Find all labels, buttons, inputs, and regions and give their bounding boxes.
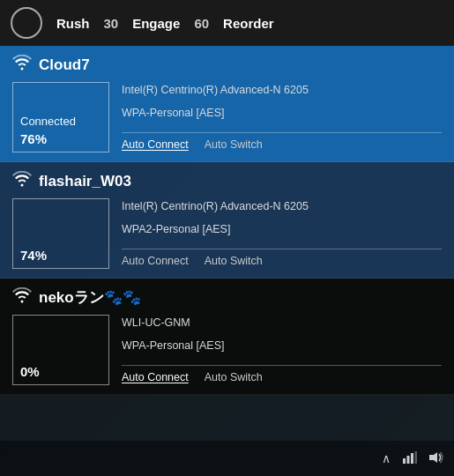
security-cloud7: WPA-Personal [AES] bbox=[122, 105, 442, 122]
network-details-cloud7: Intel(R) Centrino(R) Advanced-N 6205 WPA… bbox=[122, 82, 442, 152]
network-body-neko: 0% WLI-UC-GNM WPA-Personal [AES] Auto Co… bbox=[12, 315, 442, 385]
volume-taskbar-icon[interactable] bbox=[429, 451, 443, 466]
adapter-neko: WLI-UC-GNM bbox=[122, 315, 442, 331]
engage-label[interactable]: Engage bbox=[132, 16, 180, 31]
svg-rect-1 bbox=[407, 456, 410, 464]
signal-percent-flashair: 74% bbox=[20, 248, 101, 263]
signal-percent-cloud7: 76% bbox=[20, 131, 101, 146]
toolbar: Rush 30 Engage 60 Reorder bbox=[0, 0, 454, 46]
auto-switch-flashair[interactable]: Auto Switch bbox=[205, 253, 263, 269]
svg-rect-0 bbox=[403, 458, 406, 464]
network-body-cloud7: Connected 76% Intel(R) Centrino(R) Advan… bbox=[12, 82, 442, 152]
svg-rect-3 bbox=[415, 451, 418, 464]
network-header-neko: nekoラン🐾🐾 bbox=[12, 287, 442, 308]
actions-neko: Auto Connect Auto Switch bbox=[122, 365, 442, 385]
network-item-cloud7: Cloud7 Connected 76% Intel(R) Centrino(R… bbox=[0, 46, 454, 162]
chevron-icon[interactable]: ∧ bbox=[382, 451, 391, 465]
network-body-flashair: 74% Intel(R) Centrino(R) Advanced-N 6205… bbox=[12, 198, 442, 269]
network-item-neko: nekoラン🐾🐾 0% WLI-UC-GNM WPA-Personal [AES… bbox=[0, 279, 454, 395]
wifi-icon-cloud7 bbox=[12, 55, 32, 75]
network-taskbar-icon[interactable] bbox=[403, 451, 417, 466]
adapter-cloud7: Intel(R) Centrino(R) Advanced-N 6205 bbox=[122, 82, 442, 99]
network-name-neko: nekoラン🐾🐾 bbox=[39, 287, 141, 308]
signal-box-flashair: 74% bbox=[12, 198, 109, 269]
network-name-cloud7: Cloud7 bbox=[39, 56, 90, 74]
signal-box-cloud7: Connected 76% bbox=[12, 82, 109, 152]
adapter-flashair: Intel(R) Centrino(R) Advanced-N 6205 bbox=[122, 198, 442, 215]
rush-label[interactable]: Rush bbox=[56, 16, 90, 31]
wifi-icon-neko bbox=[12, 287, 32, 308]
svg-marker-4 bbox=[429, 452, 437, 463]
signal-box-neko: 0% bbox=[12, 315, 109, 385]
actions-flashair: Auto Connect Auto Switch bbox=[122, 249, 442, 269]
engage-value: 60 bbox=[194, 16, 209, 31]
wifi-panel: Rush 30 Engage 60 Reorder Cloud7 bbox=[0, 0, 454, 441]
network-list: Cloud7 Connected 76% Intel(R) Centrino(R… bbox=[0, 46, 454, 441]
svg-rect-2 bbox=[411, 453, 413, 464]
auto-connect-neko[interactable]: Auto Connect bbox=[122, 369, 189, 385]
network-header-flashair: flashair_W03 bbox=[12, 171, 442, 191]
network-details-neko: WLI-UC-GNM WPA-Personal [AES] Auto Conne… bbox=[122, 315, 442, 385]
network-details-flashair: Intel(R) Centrino(R) Advanced-N 6205 WPA… bbox=[122, 198, 442, 269]
rush-value: 30 bbox=[104, 16, 119, 31]
network-header-cloud7: Cloud7 bbox=[12, 55, 442, 75]
auto-connect-flashair[interactable]: Auto Connect bbox=[122, 253, 189, 269]
network-name-flashair: flashair_W03 bbox=[39, 173, 131, 190]
security-flashair: WPA2-Personal [AES] bbox=[122, 221, 442, 238]
auto-switch-neko[interactable]: Auto Switch bbox=[205, 369, 263, 385]
security-neko: WPA-Personal [AES] bbox=[122, 338, 442, 354]
auto-connect-cloud7[interactable]: Auto Connect bbox=[122, 137, 189, 152]
taskbar: ∧ bbox=[0, 441, 454, 476]
wifi-icon-flashair bbox=[12, 171, 32, 191]
signal-status-cloud7: Connected bbox=[20, 115, 101, 128]
signal-percent-neko: 0% bbox=[20, 364, 101, 379]
reorder-label[interactable]: Reorder bbox=[223, 16, 274, 31]
auto-switch-cloud7[interactable]: Auto Switch bbox=[205, 137, 263, 152]
actions-cloud7: Auto Connect Auto Switch bbox=[122, 132, 442, 152]
toolbar-circle[interactable] bbox=[11, 7, 42, 39]
network-item-flashair: flashair_W03 74% Intel(R) Centrino(R) Ad… bbox=[0, 162, 454, 279]
